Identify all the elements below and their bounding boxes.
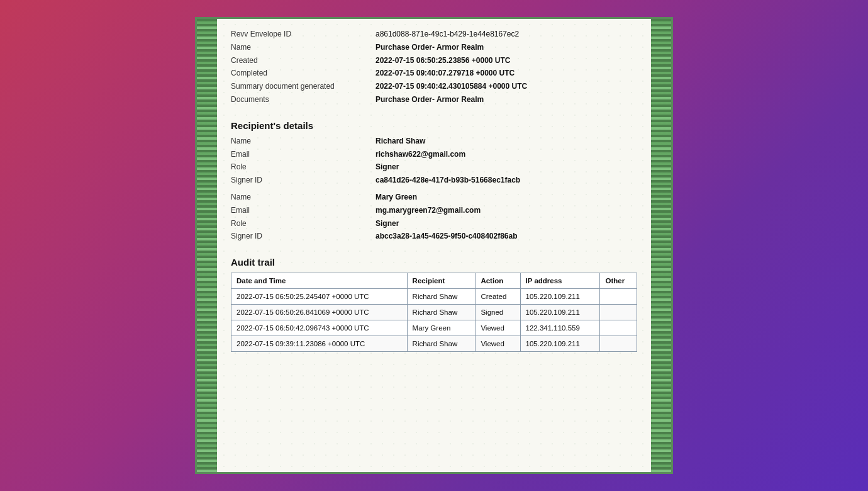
audit-cell-datetime: 2022-07-15 06:50:25.245407 +0000 UTC [231,289,408,305]
audit-table-row: 2022-07-15 06:50:25.245407 +0000 UTCRich… [231,289,637,305]
envelope-id-label: Revv Envelope ID [231,29,376,40]
name-label: Name [231,42,376,53]
r1-name-label: Name [231,136,376,147]
r1-signer-id-label: Signer ID [231,175,376,186]
r2-signer-id-value: abcc3a28-1a45-4625-9f50-c408402f86ab [376,231,637,242]
border-right-decoration [651,19,671,472]
audit-cell-action: Created [476,289,520,305]
r1-role-label: Role [231,162,376,172]
document-container: Revv Envelope ID a861d088-871e-49c1-b429… [195,17,673,474]
r2-signer-id-row: Signer ID abcc3a28-1a45-4625-9f50-c40840… [231,231,637,242]
created-value: 2022-07-15 06:50:25.23856 +0000 UTC [376,55,637,66]
audit-cell-recipient: Mary Green [407,320,476,336]
audit-table-row: 2022-07-15 09:39:11.23086 +0000 UTCRicha… [231,336,637,352]
audit-table-row: 2022-07-15 06:50:42.096743 +0000 UTCMary… [231,320,637,336]
audit-cell-other [600,336,637,352]
audit-cell-action: Viewed [476,336,520,352]
documents-label: Documents [231,94,376,105]
r2-email-label: Email [231,205,376,216]
created-row: Created 2022-07-15 06:50:25.23856 +0000 … [231,55,637,66]
audit-cell-ip: 122.341.110.559 [520,320,600,336]
col-ip: IP address [520,273,600,289]
audit-table-row: 2022-07-15 06:50:26.841069 +0000 UTCRich… [231,305,637,320]
audit-cell-other [600,320,637,336]
document-inner: Revv Envelope ID a861d088-871e-49c1-b429… [218,19,650,472]
completed-value: 2022-07-15 09:40:07.279718 +0000 UTC [376,68,637,79]
r2-role-value: Signer [376,218,637,229]
audit-cell-datetime: 2022-07-15 06:50:42.096743 +0000 UTC [231,320,408,336]
border-left-decoration [197,19,217,472]
audit-table-header-row: Date and Time Recipient Action IP addres… [231,273,637,289]
r1-role-value: Signer [376,162,637,172]
document-content: Revv Envelope ID a861d088-871e-49c1-b429… [231,29,637,352]
r1-email-value: richshaw622@gmail.com [376,149,637,160]
name-value: Purchase Order- Armor Realm [376,42,637,53]
audit-cell-action: Viewed [476,320,520,336]
r2-signer-id-label: Signer ID [231,231,376,242]
r2-name-value: Mary Green [376,192,637,203]
r1-role-row: Role Signer [231,162,637,172]
r1-name-row: Name Richard Shaw [231,136,637,147]
envelope-id-row: Revv Envelope ID a861d088-871e-49c1-b429… [231,29,637,40]
audit-cell-datetime: 2022-07-15 06:50:26.841069 +0000 UTC [231,305,408,320]
r1-email-label: Email [231,149,376,160]
audit-table: Date and Time Recipient Action IP addres… [231,273,637,352]
r2-role-row: Role Signer [231,218,637,229]
envelope-id-value: a861d088-871e-49c1-b429-1e44e8167ec2 [376,29,637,40]
audit-cell-datetime: 2022-07-15 09:39:11.23086 +0000 UTC [231,336,408,352]
r1-name-value: Richard Shaw [376,136,637,147]
col-recipient: Recipient [407,273,476,289]
r1-signer-id-value: ca841d26-428e-417d-b93b-51668ec1facb [376,175,637,186]
r2-email-row: Email mg.marygreen72@gmail.com [231,205,637,216]
summary-value: 2022-07-15 09:40:42.430105884 +0000 UTC [376,81,637,92]
audit-cell-ip: 105.220.109.211 [520,289,600,305]
created-label: Created [231,55,376,66]
audit-cell-recipient: Richard Shaw [407,305,476,320]
col-datetime: Date and Time [231,273,408,289]
audit-cell-other [600,289,637,305]
completed-row: Completed 2022-07-15 09:40:07.279718 +00… [231,68,637,79]
audit-cell-action: Signed [476,305,520,320]
r2-email-value: mg.marygreen72@gmail.com [376,205,637,216]
r1-signer-id-row: Signer ID ca841d26-428e-417d-b93b-51668e… [231,175,637,186]
r2-name-row: Name Mary Green [231,192,637,203]
r1-email-row: Email richshaw622@gmail.com [231,149,637,160]
name-row: Name Purchase Order- Armor Realm [231,42,637,53]
documents-value: Purchase Order- Armor Realm [376,94,637,105]
audit-cell-ip: 105.220.109.211 [520,336,600,352]
summary-row: Summary document generated 2022-07-15 09… [231,81,637,92]
recipients-section-title: Recipient's details [231,120,637,131]
r2-name-label: Name [231,192,376,203]
r2-role-label: Role [231,218,376,229]
audit-cell-ip: 105.220.109.211 [520,305,600,320]
documents-row: Documents Purchase Order- Armor Realm [231,94,637,105]
audit-cell-other [600,305,637,320]
col-other: Other [600,273,637,289]
audit-cell-recipient: Richard Shaw [407,336,476,352]
audit-cell-recipient: Richard Shaw [407,289,476,305]
col-action: Action [476,273,520,289]
summary-label: Summary document generated [231,81,376,92]
audit-section-title: Audit trail [231,257,637,268]
completed-label: Completed [231,68,376,79]
